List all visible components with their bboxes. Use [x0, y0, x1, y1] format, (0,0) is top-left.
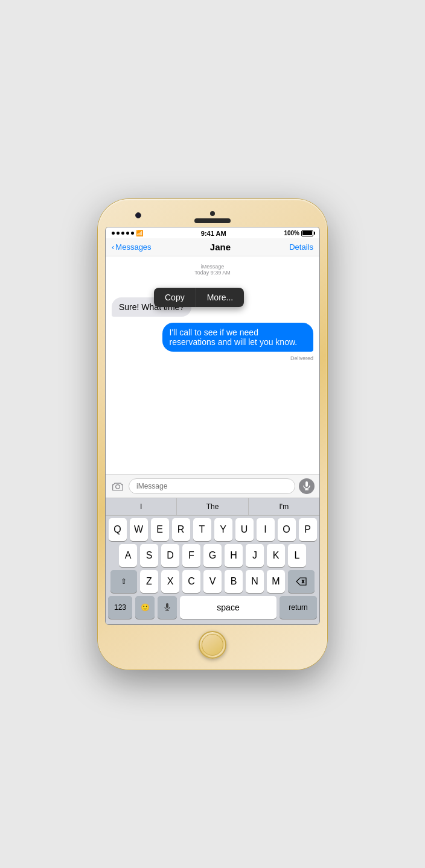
- key-g[interactable]: G: [203, 544, 222, 567]
- key-e[interactable]: E: [151, 518, 169, 541]
- key-j[interactable]: J: [246, 544, 264, 567]
- delivered-label: Delivered: [112, 355, 313, 361]
- return-key[interactable]: return: [280, 596, 317, 619]
- battery-percent: 100%: [284, 230, 299, 236]
- key-l[interactable]: L: [288, 544, 306, 567]
- keyboard-row-2: A S D F G H J K L: [107, 544, 318, 567]
- phone-top: [105, 206, 320, 227]
- key-m[interactable]: M: [267, 570, 285, 593]
- key-i[interactable]: I: [257, 518, 275, 541]
- home-button-inner: [202, 634, 223, 656]
- message-input[interactable]: [129, 478, 295, 494]
- autocomplete-item-0[interactable]: I: [106, 498, 177, 515]
- emoji-key[interactable]: 🙂: [135, 596, 155, 619]
- autocomplete-item-1[interactable]: The: [177, 498, 248, 515]
- status-left: 📶: [112, 230, 143, 236]
- key-t[interactable]: T: [193, 518, 211, 541]
- key-z[interactable]: Z: [140, 570, 158, 593]
- svg-rect-1: [305, 481, 308, 487]
- svg-rect-6: [166, 603, 168, 608]
- numbers-key[interactable]: 123: [108, 596, 132, 619]
- more-button[interactable]: More...: [196, 288, 244, 307]
- front-camera: [135, 212, 141, 218]
- mic-button[interactable]: [299, 478, 315, 494]
- key-p[interactable]: P: [299, 518, 317, 541]
- copy-button[interactable]: Copy: [154, 288, 196, 307]
- back-chevron-icon: ‹: [112, 242, 114, 252]
- key-x[interactable]: X: [161, 570, 179, 593]
- key-r[interactable]: R: [172, 518, 190, 541]
- key-s[interactable]: S: [140, 544, 158, 567]
- status-right: 100%: [284, 230, 313, 236]
- key-y[interactable]: Y: [214, 518, 232, 541]
- input-area: [106, 474, 319, 498]
- signal-dot: [126, 232, 129, 235]
- speaker-earpiece: [194, 218, 231, 223]
- context-menu: Copy More...: [154, 288, 244, 307]
- status-bar: 📶 9:41 AM 100%: [106, 227, 319, 238]
- autocomplete-bar: I The I'm: [106, 498, 319, 516]
- key-u[interactable]: U: [235, 518, 254, 541]
- phone-shell: 📶 9:41 AM 100% ‹ Messages Jane Details i…: [98, 199, 327, 670]
- keyboard-row-3: ⇧ Z X C V B N M: [107, 570, 318, 593]
- key-v[interactable]: V: [203, 570, 222, 593]
- key-b[interactable]: B: [225, 570, 243, 593]
- signal-dot: [112, 232, 115, 235]
- key-f[interactable]: F: [182, 544, 200, 567]
- svg-point-0: [116, 484, 120, 489]
- back-button[interactable]: ‹ Messages: [112, 242, 152, 252]
- keyboard-row-4: 123 🙂 space return: [107, 596, 318, 619]
- details-button[interactable]: Details: [289, 242, 313, 252]
- battery-fill: [302, 231, 312, 235]
- signal-dot: [121, 232, 124, 235]
- status-time: 9:41 AM: [201, 230, 226, 237]
- key-k[interactable]: K: [267, 544, 285, 567]
- key-c[interactable]: C: [182, 570, 200, 593]
- key-a[interactable]: A: [119, 544, 137, 567]
- phone-screen: 📶 9:41 AM 100% ‹ Messages Jane Details i…: [105, 227, 320, 625]
- autocomplete-item-2[interactable]: I'm: [249, 498, 319, 515]
- keyboard-row-1: Q W E R T Y U I O P: [107, 518, 318, 541]
- back-label: Messages: [115, 242, 151, 252]
- key-q[interactable]: Q: [109, 518, 127, 541]
- wifi-icon: 📶: [136, 230, 143, 236]
- home-button[interactable]: [199, 631, 226, 659]
- delete-key[interactable]: [288, 570, 315, 593]
- key-o[interactable]: O: [278, 518, 296, 541]
- phone-bottom: [105, 625, 320, 662]
- signal-dot: [131, 232, 134, 235]
- key-w[interactable]: W: [130, 518, 148, 541]
- battery-icon: [301, 230, 313, 236]
- sent-text: I'll call to see if we need reservations…: [170, 328, 298, 347]
- nav-bar: ‹ Messages Jane Details: [106, 238, 319, 256]
- keyboard-mic-key[interactable]: [158, 596, 177, 619]
- nav-title: Jane: [210, 242, 231, 252]
- key-d[interactable]: D: [161, 544, 179, 567]
- message-timestamp: iMessageToday 9:39 AM: [112, 264, 313, 276]
- messages-area: iMessageToday 9:39 AM Copy More... Sure!…: [106, 256, 319, 474]
- key-n[interactable]: N: [246, 570, 264, 593]
- camera-button[interactable]: [110, 479, 125, 493]
- signal-dot: [117, 232, 120, 235]
- key-h[interactable]: H: [225, 544, 243, 567]
- camera-dot: [210, 211, 215, 216]
- shift-key[interactable]: ⇧: [110, 570, 137, 593]
- sent-bubble: I'll call to see if we need reservations…: [162, 323, 314, 352]
- keyboard: Q W E R T Y U I O P A S D F G H J K: [106, 516, 319, 624]
- space-key[interactable]: space: [180, 596, 276, 619]
